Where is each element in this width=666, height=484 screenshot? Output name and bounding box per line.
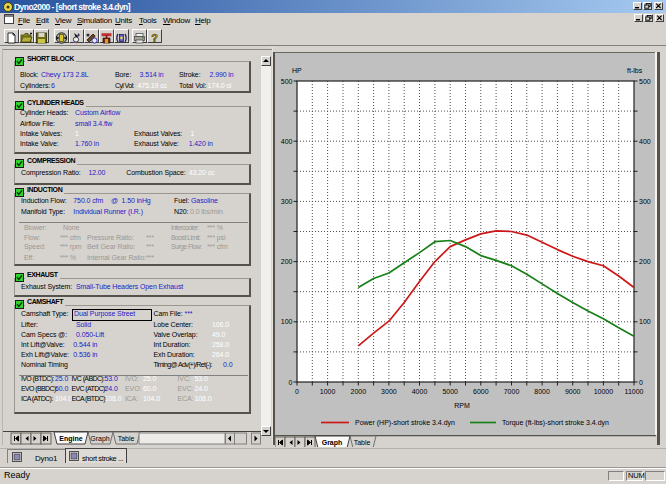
svg-text:ft-lbs: ft-lbs xyxy=(627,67,643,74)
svg-text:300: 300 xyxy=(281,198,293,205)
svg-text:9000: 9000 xyxy=(565,388,581,395)
svg-text:400: 400 xyxy=(639,138,651,145)
svg-text:8000: 8000 xyxy=(534,388,550,395)
svg-text:100: 100 xyxy=(639,318,651,325)
svg-text:7000: 7000 xyxy=(504,388,520,395)
svg-text:300: 300 xyxy=(639,198,651,205)
svg-text:Graph: Graph xyxy=(90,435,110,443)
svg-text:4000: 4000 xyxy=(412,388,428,395)
svg-text:Power (HP)-short stroke 3.4.dy: Power (HP)-short stroke 3.4.dyn xyxy=(355,419,455,427)
svg-text:10000: 10000 xyxy=(594,388,614,395)
svg-text:?: ? xyxy=(151,32,158,44)
svg-text:Engine: Engine xyxy=(59,435,82,443)
svg-text:Torque (ft-lbs)-short stroke 3: Torque (ft-lbs)-short stroke 3.4.dyn xyxy=(502,419,609,427)
svg-text:0: 0 xyxy=(639,379,643,386)
svg-text:Table: Table xyxy=(118,435,135,442)
svg-text:2000: 2000 xyxy=(351,388,367,395)
svg-text:0: 0 xyxy=(289,379,293,386)
svg-text:400: 400 xyxy=(281,138,293,145)
svg-text:500: 500 xyxy=(639,78,651,85)
svg-text:200: 200 xyxy=(639,258,651,265)
svg-text:100: 100 xyxy=(281,318,293,325)
svg-text:11000: 11000 xyxy=(625,388,644,395)
svg-text:200: 200 xyxy=(281,258,293,265)
svg-text:5000: 5000 xyxy=(442,388,458,395)
svg-text:HP: HP xyxy=(292,67,302,74)
svg-text:Graph: Graph xyxy=(322,439,343,447)
svg-text:3000: 3000 xyxy=(381,388,397,395)
svg-text:6000: 6000 xyxy=(473,388,489,395)
svg-text:0: 0 xyxy=(295,388,299,395)
svg-text:1000: 1000 xyxy=(320,388,336,395)
svg-text:RPM: RPM xyxy=(454,402,470,409)
svg-text:500: 500 xyxy=(281,78,293,85)
svg-text:Table: Table xyxy=(354,439,371,446)
